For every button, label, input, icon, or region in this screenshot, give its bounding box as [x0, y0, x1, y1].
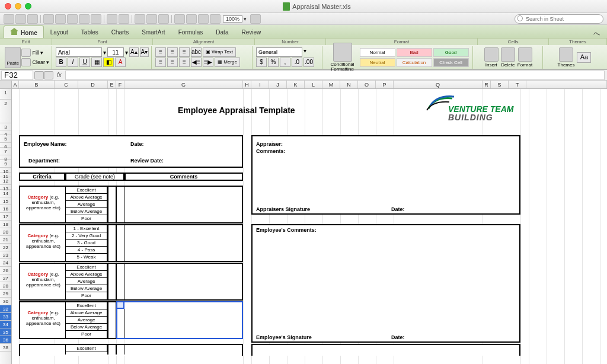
row-35[interactable]: 35 [0, 328, 11, 336]
insert-cells-button[interactable] [484, 47, 499, 62]
col-extra[interactable] [526, 81, 607, 88]
indent-left-button[interactable]: ◀≡ [191, 58, 202, 67]
style-good[interactable]: Good [433, 48, 469, 57]
tab-data[interactable]: Data [209, 27, 235, 38]
format-painter-icon[interactable] [91, 14, 101, 24]
col-A[interactable]: A [12, 81, 19, 88]
currency-button[interactable]: $ [256, 58, 267, 67]
style-bad[interactable]: Bad [397, 48, 432, 57]
col-D[interactable]: D [78, 81, 108, 88]
tab-tables[interactable]: Tables [75, 27, 105, 38]
textbox-icon[interactable] [198, 14, 209, 24]
redo-icon[interactable] [27, 14, 38, 24]
align-top-button[interactable]: ≡ [155, 47, 166, 57]
fill-color-button[interactable]: ◧ [103, 58, 114, 67]
formula-input[interactable] [65, 71, 605, 80]
name-box[interactable] [1, 71, 33, 80]
row-13[interactable]: 13 [0, 185, 11, 190]
row-24[interactable]: 24 [0, 259, 11, 267]
bold-button[interactable]: B [56, 58, 66, 67]
align-left-button[interactable]: ≡ [155, 58, 166, 67]
row-26[interactable]: 26 [0, 267, 11, 274]
fx-icon[interactable] [174, 14, 185, 24]
row-10[interactable]: 10 [0, 168, 11, 173]
row-4[interactable]: 4 [0, 130, 11, 135]
format-cells-button[interactable] [518, 47, 532, 62]
comma-button[interactable]: , [280, 58, 290, 67]
select-all-corner[interactable] [0, 81, 12, 88]
col-R[interactable]: R [483, 81, 491, 88]
row-18[interactable]: 18 [0, 221, 11, 228]
row-14[interactable]: 14 [0, 190, 11, 197]
percent-button[interactable]: % [268, 58, 279, 67]
print-icon[interactable] [43, 14, 54, 24]
row-22[interactable]: 22 [0, 244, 11, 251]
indent-right-button[interactable]: ≡▶ [203, 58, 213, 67]
row-29[interactable]: 29 [0, 290, 11, 298]
row-2[interactable]: 2 [0, 100, 11, 123]
style-check-cell[interactable]: Check Cell [433, 58, 469, 67]
align-bottom-button[interactable]: ≡ [179, 47, 190, 57]
search-input[interactable] [515, 14, 603, 24]
tab-layout[interactable]: Layout [44, 27, 75, 38]
save-icon[interactable] [4, 14, 14, 24]
row-11[interactable]: 11 [0, 173, 11, 177]
col-H[interactable]: H [243, 81, 251, 88]
row-5[interactable]: 5 [0, 135, 11, 143]
delete-cells-button[interactable] [501, 47, 515, 62]
conditional-formatting-button[interactable] [333, 43, 352, 62]
col-Q[interactable]: Q [394, 81, 483, 88]
filter-icon[interactable] [158, 14, 169, 24]
tab-charts[interactable]: Charts [105, 27, 135, 38]
row-12[interactable]: 12 [0, 177, 11, 185]
style-neutral[interactable]: Neutral [360, 58, 395, 67]
toolbox-icon[interactable] [107, 14, 117, 24]
col-O[interactable]: O [358, 81, 376, 88]
tab-formulas[interactable]: Formulas [172, 27, 210, 38]
collapse-ribbon-button[interactable]: へ [590, 29, 603, 38]
theme-fonts-button[interactable]: Aa [577, 52, 591, 63]
align-center-button[interactable]: ≡ [167, 58, 178, 67]
clear-button[interactable] [21, 58, 31, 66]
number-format-select[interactable] [256, 47, 302, 57]
undo-icon[interactable] [15, 14, 26, 24]
row-28[interactable]: 28 [0, 282, 11, 290]
row-38[interactable]: 38 [0, 344, 11, 352]
tab-smartart[interactable]: SmartArt [135, 27, 171, 38]
zoom-window-button[interactable] [25, 3, 31, 9]
paste-icon[interactable] [79, 14, 90, 24]
row-20[interactable]: 20 [0, 228, 11, 236]
font-name-input[interactable] [56, 47, 102, 57]
fx-label[interactable]: fx [53, 72, 65, 78]
col-B[interactable]: B [19, 81, 55, 88]
align-middle-button[interactable]: ≡ [167, 47, 178, 57]
font-color-button[interactable]: A [115, 58, 126, 67]
merge-button[interactable]: ▦ Merge [215, 58, 240, 67]
style-calculation[interactable]: Calculation [397, 58, 432, 67]
row-34[interactable]: 34 [0, 321, 11, 328]
col-I[interactable]: I [251, 81, 269, 88]
col-P[interactable]: P [376, 81, 394, 88]
row-8[interactable]: 8 [0, 155, 11, 160]
col-T[interactable]: T [509, 81, 526, 88]
style-normal[interactable]: Normal [360, 48, 395, 57]
orientation-button[interactable]: abc [191, 47, 202, 57]
col-S[interactable]: S [491, 81, 509, 88]
sort-icon[interactable] [146, 14, 157, 24]
minimize-window-button[interactable] [15, 3, 21, 9]
row-15[interactable]: 15 [0, 197, 11, 205]
grow-font-button[interactable]: A▴ [129, 47, 139, 57]
cancel-formula-button[interactable] [34, 71, 44, 79]
col-J[interactable]: J [269, 81, 287, 88]
row-17[interactable]: 17 [0, 213, 11, 221]
decrease-decimal-button[interactable]: .00 [304, 58, 314, 67]
increase-decimal-button[interactable]: .0 [292, 58, 302, 67]
tab-review[interactable]: Review [235, 27, 267, 38]
chart-icon[interactable] [186, 14, 197, 24]
row-9[interactable]: 9 [0, 160, 11, 168]
sum-icon[interactable] [135, 14, 145, 24]
zoom-control[interactable]: 100%▾ [223, 15, 247, 23]
underline-button[interactable]: U [79, 58, 90, 67]
font-size-input[interactable] [107, 47, 124, 57]
row-27[interactable]: 27 [0, 274, 11, 282]
